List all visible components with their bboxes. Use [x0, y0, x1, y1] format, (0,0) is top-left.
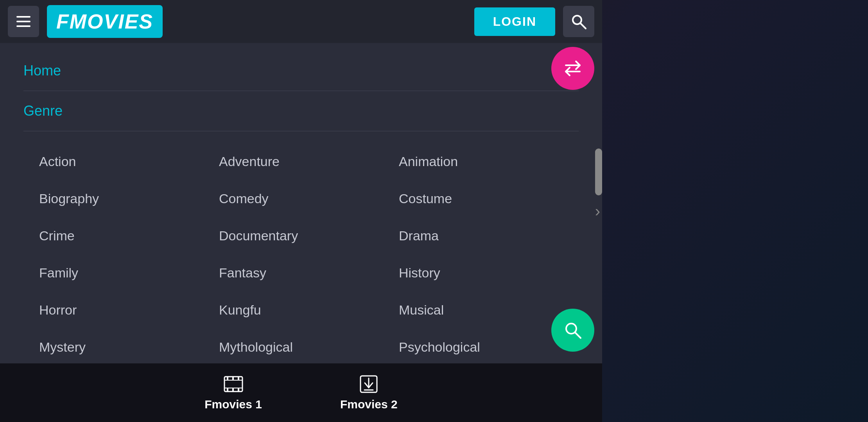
svg-rect-7	[227, 377, 228, 380]
genre-comedy[interactable]: Comedy	[211, 180, 391, 217]
genre-divider	[23, 131, 579, 131]
nav-area: Home Genre Action Biography Crime Family…	[0, 43, 602, 415]
svg-rect-8	[232, 377, 234, 380]
nav-divider	[23, 91, 579, 91]
svg-rect-5	[224, 380, 242, 381]
fmovies2-tab[interactable]: Fmovies 2	[340, 374, 398, 411]
swap-icon	[563, 58, 583, 79]
genre-fantasy[interactable]: Fantasy	[211, 254, 391, 291]
swap-button[interactable]	[551, 47, 594, 90]
home-nav-item[interactable]: Home	[23, 55, 579, 87]
bottom-bar: Fmovies 1 Fmovies 2	[0, 363, 602, 422]
svg-rect-11	[232, 388, 234, 392]
logo: FMOVIES	[47, 5, 163, 38]
hamburger-icon	[16, 16, 30, 27]
menu-button[interactable]	[8, 6, 39, 37]
genre-history[interactable]: History	[391, 254, 571, 291]
genre-costume[interactable]: Costume	[391, 180, 571, 217]
floating-search-button[interactable]	[551, 309, 594, 352]
genre-biography[interactable]: Biography	[31, 180, 211, 217]
genre-animation[interactable]: Animation	[391, 143, 571, 180]
film-icon	[224, 374, 243, 394]
genre-crime[interactable]: Crime	[31, 217, 211, 254]
main-panel: FMOVIES LOGIN Home Genre Action Biograph…	[0, 0, 602, 422]
search-icon	[570, 13, 587, 30]
login-button[interactable]: LOGIN	[474, 7, 555, 36]
floating-search-icon	[563, 320, 583, 340]
genre-nav-item[interactable]: Genre	[23, 95, 579, 127]
fmovies1-label: Fmovies 1	[204, 398, 262, 411]
genre-mystery[interactable]: Mystery	[31, 329, 211, 366]
genre-kungfu[interactable]: Kungfu	[211, 291, 391, 329]
header-search-button[interactable]	[563, 6, 594, 37]
fmovies2-label: Fmovies 2	[340, 398, 398, 411]
genre-action[interactable]: Action	[31, 143, 211, 180]
genre-musical[interactable]: Musical	[391, 291, 571, 329]
svg-rect-10	[227, 388, 228, 392]
logo-text: FMOVIES	[56, 10, 153, 33]
svg-rect-12	[238, 388, 239, 392]
svg-rect-6	[224, 388, 242, 388]
scrollbar[interactable]	[595, 148, 602, 195]
chevron-right-icon[interactable]: ›	[595, 202, 600, 220]
header: FMOVIES LOGIN	[0, 0, 602, 43]
genre-mythological[interactable]: Mythological	[211, 329, 391, 366]
svg-line-3	[575, 333, 581, 338]
genre-psychological[interactable]: Psychological	[391, 329, 571, 366]
svg-line-1	[580, 23, 586, 29]
genre-family[interactable]: Family	[31, 254, 211, 291]
fmovies1-tab[interactable]: Fmovies 1	[204, 374, 262, 411]
genre-drama[interactable]: Drama	[391, 217, 571, 254]
svg-rect-9	[238, 377, 239, 380]
genre-horror[interactable]: Horror	[31, 291, 211, 329]
download-icon	[359, 374, 378, 394]
genre-documentary[interactable]: Documentary	[211, 217, 391, 254]
genre-adventure[interactable]: Adventure	[211, 143, 391, 180]
